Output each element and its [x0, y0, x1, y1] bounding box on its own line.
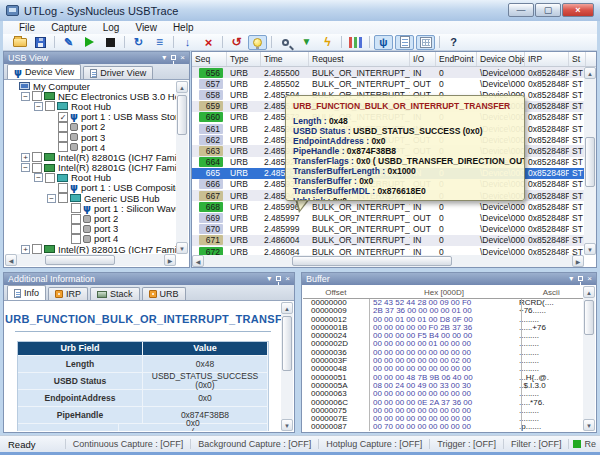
- tree-item[interactable]: ψport 1 : USB Mass Storage Device: [5, 112, 176, 122]
- device-checkbox[interactable]: [58, 183, 68, 193]
- log-options-button[interactable]: ≡: [150, 35, 169, 50]
- tree-item[interactable]: +Intel(R) 82801G (ICH7 Family) USB Unive…: [5, 244, 176, 254]
- tree-vertical-scrollbar[interactable]: ▲ ▼: [176, 81, 188, 254]
- collapse-icon[interactable]: −: [34, 102, 43, 111]
- tree-item[interactable]: +Intel(R) 82801G (ICH7 Family) USB Unive…: [5, 152, 176, 162]
- hex-dump[interactable]: OffsetHex [000D]Ascii 0000000052 43 52 4…: [303, 286, 583, 431]
- tab-info[interactable]: Info: [7, 285, 46, 300]
- tree-item[interactable]: −Root Hub: [5, 101, 176, 111]
- scroll-down-icon[interactable]: ▼: [176, 242, 188, 254]
- menu-file[interactable]: File: [11, 21, 43, 34]
- tree-item[interactable]: port 4: [5, 142, 176, 152]
- maximize-button[interactable]: ▢: [535, 3, 561, 17]
- scroll-up-icon[interactable]: ▲: [281, 302, 293, 314]
- trigger-button[interactable]: ϟ: [318, 35, 337, 50]
- scroll-thumb[interactable]: [177, 95, 187, 135]
- device-checkbox[interactable]: [58, 142, 68, 152]
- device-checkbox[interactable]: [32, 244, 42, 254]
- device-checkbox[interactable]: [71, 224, 81, 234]
- edit-annotation-button[interactable]: ✎: [59, 35, 78, 50]
- scroll-thumb[interactable]: [584, 300, 594, 335]
- scroll-right-icon[interactable]: ▶: [164, 254, 176, 266]
- device-checkbox[interactable]: [58, 122, 68, 132]
- panel-menu-icon[interactable]: ▾: [569, 274, 573, 284]
- tree-item[interactable]: port 2: [5, 213, 176, 223]
- tree-item[interactable]: −Root Hub: [5, 173, 176, 183]
- column-header-type[interactable]: Type: [227, 52, 261, 66]
- device-checkbox[interactable]: [45, 173, 55, 183]
- clear-log-button[interactable]: ×: [199, 35, 218, 50]
- scroll-down-icon[interactable]: ▼: [281, 419, 293, 431]
- device-checkbox[interactable]: [32, 163, 42, 173]
- close-button[interactable]: ×: [562, 3, 594, 17]
- close-panel-icon[interactable]: ×: [587, 274, 592, 284]
- autoscroll-button[interactable]: ↓: [178, 35, 197, 50]
- column-header-endpoint[interactable]: EndPoint: [436, 52, 477, 66]
- usb-view-header[interactable]: USB View ▾ ×: [4, 52, 189, 64]
- close-panel-icon[interactable]: ×: [285, 274, 290, 284]
- column-header-deviceobject[interactable]: Device Object: [477, 52, 525, 66]
- scroll-left-icon[interactable]: ◀: [192, 255, 204, 267]
- tab-driver-view[interactable]: Driver View: [83, 66, 153, 79]
- column-header-request[interactable]: Request: [309, 52, 410, 66]
- help-button[interactable]: ?: [444, 35, 463, 50]
- pin-icon[interactable]: [276, 276, 281, 281]
- search-button[interactable]: [276, 35, 295, 50]
- device-checkbox[interactable]: [71, 214, 81, 224]
- filter-button[interactable]: ▼: [297, 35, 316, 50]
- pin-icon[interactable]: [171, 55, 176, 60]
- table-row[interactable]: 672URB2.486084BULK_OR_INTERRUPT_TRANSFER…: [192, 246, 584, 255]
- table-row[interactable]: 657URB2.485502BULK_OR_INTERRUPT_TRANSFER…: [192, 78, 584, 89]
- table-row[interactable]: 656URB2.485500BULK_OR_INTERRUPT_TRANSFER…: [192, 67, 584, 78]
- restart-capture-button[interactable]: ↺: [227, 35, 246, 50]
- title-bar[interactable]: UTLog - SysNucleus USBTrace — ▢ ×: [0, 0, 600, 21]
- collapse-icon[interactable]: −: [21, 92, 30, 101]
- close-panel-icon[interactable]: ×: [180, 53, 185, 63]
- device-checkbox[interactable]: [58, 193, 68, 203]
- tree-item[interactable]: port 4: [5, 234, 176, 244]
- tab-urb[interactable]: URB: [142, 287, 186, 300]
- scroll-right-icon[interactable]: ▶: [572, 255, 584, 267]
- menu-log[interactable]: Log: [95, 21, 128, 34]
- menu-help[interactable]: Help: [165, 21, 202, 34]
- scroll-up-icon[interactable]: ▲: [584, 67, 596, 79]
- scroll-thumb[interactable]: [292, 256, 452, 266]
- scroll-thumb[interactable]: [585, 137, 595, 187]
- table-row[interactable]: 668URB2.485996BULK_OR_INTERRUPT_TRANSFER…: [192, 201, 584, 212]
- scroll-up-icon[interactable]: ▲: [176, 81, 188, 93]
- table-row[interactable]: 669URB2.485997BULK_OR_INTERRUPT_TRANSFER…: [192, 212, 584, 223]
- stop-capture-button[interactable]: [101, 35, 120, 50]
- tab-irp[interactable]: IRP: [48, 287, 88, 300]
- tree-item[interactable]: ψport 1 : Silicon Wave Bluetooth Wire: [5, 203, 176, 213]
- minimize-button[interactable]: —: [508, 3, 534, 17]
- scroll-left-icon[interactable]: ◀: [5, 254, 17, 266]
- capture-device-button[interactable]: ↻: [129, 35, 148, 50]
- device-checkbox[interactable]: [58, 132, 68, 142]
- tree-horizontal-scrollbar[interactable]: ◀ ▶: [5, 254, 176, 266]
- info-vertical-scrollbar[interactable]: ▲ ▼: [281, 302, 293, 431]
- scroll-thumb[interactable]: [282, 316, 292, 371]
- buffer-panel-toggle-button[interactable]: [416, 35, 435, 50]
- open-file-button[interactable]: [10, 35, 29, 50]
- table-row[interactable]: 670URB2.485999BULK_OR_INTERRUPT_TRANSFER…: [192, 224, 584, 235]
- collapse-icon[interactable]: −: [47, 194, 56, 203]
- collapse-icon[interactable]: −: [34, 173, 43, 182]
- device-checkbox[interactable]: [58, 112, 68, 122]
- scroll-up-icon[interactable]: ▲: [583, 286, 595, 298]
- tree-item[interactable]: port 3: [5, 132, 176, 142]
- quick-info-tip-button[interactable]: [248, 35, 267, 50]
- expand-icon[interactable]: +: [21, 153, 30, 162]
- start-capture-button[interactable]: [80, 35, 99, 50]
- device-checkbox[interactable]: [71, 234, 81, 244]
- device-checkbox[interactable]: [45, 101, 55, 111]
- column-header-st[interactable]: St: [569, 52, 586, 66]
- scroll-thumb[interactable]: [45, 255, 115, 265]
- device-checkbox[interactable]: [32, 91, 42, 101]
- table-row[interactable]: 671URB2.486004BULK_OR_INTERRUPT_TRANSFER…: [192, 235, 584, 246]
- device-checkbox[interactable]: [32, 152, 42, 162]
- additional-information-header[interactable]: Additional Information ▾ ×: [4, 273, 294, 285]
- device-checkbox[interactable]: [71, 203, 81, 213]
- column-header-time[interactable]: Time: [261, 52, 309, 66]
- scroll-down-icon[interactable]: ▼: [584, 243, 596, 255]
- save-file-button[interactable]: [31, 35, 50, 50]
